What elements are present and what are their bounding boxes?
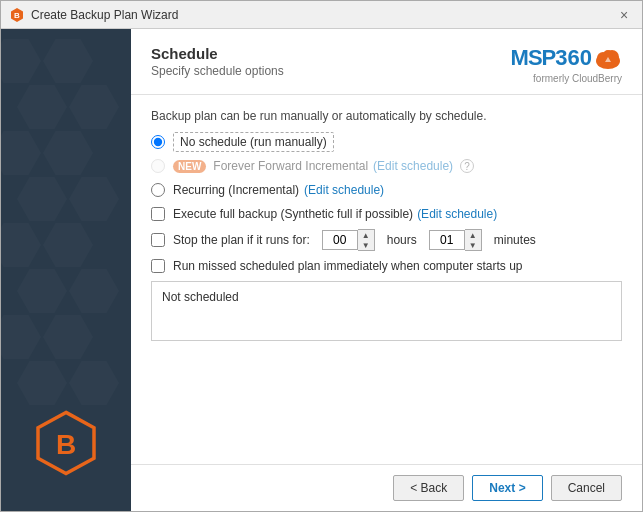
- sidebar: B: [1, 29, 131, 511]
- panel-footer: < Back Next > Cancel: [131, 464, 642, 511]
- hours-spinner: ▲ ▼: [322, 229, 375, 251]
- minutes-spinner-buttons: ▲ ▼: [465, 229, 482, 251]
- title-bar: B Create Backup Plan Wizard ×: [1, 1, 642, 29]
- recurring-edit-link[interactable]: (Edit schedule): [304, 183, 384, 197]
- run-missed-option: Run missed scheduled plan immediately wh…: [151, 259, 622, 273]
- cloud-icon: [594, 47, 622, 69]
- no-schedule-radio[interactable]: [151, 135, 165, 149]
- right-panel: Schedule Specify schedule options MSP 36…: [131, 29, 642, 511]
- msp-text: MSP: [511, 45, 556, 71]
- forever-forward-text: Forever Forward Incremental: [213, 159, 368, 173]
- svg-text:B: B: [56, 429, 76, 460]
- status-text: Not scheduled: [162, 290, 239, 304]
- minutes-down-button[interactable]: ▼: [465, 240, 481, 250]
- stop-plan-option: Stop the plan if it runs for: ▲ ▼ hours: [151, 229, 622, 251]
- full-backup-edit-link[interactable]: (Edit schedule): [417, 207, 497, 221]
- stop-plan-label: Stop the plan if it runs for:: [173, 233, 310, 247]
- forever-forward-label: NEW Forever Forward Incremental (Edit sc…: [173, 159, 474, 173]
- full-backup-option: Execute full backup (Synthetic full if p…: [151, 207, 622, 221]
- msp-360-text: 360: [555, 45, 592, 71]
- panel-body: Backup plan can be run manually or autom…: [131, 95, 642, 464]
- forever-edit-link[interactable]: (Edit schedule): [373, 159, 453, 173]
- back-button[interactable]: < Back: [393, 475, 464, 501]
- app-icon: B: [9, 7, 25, 23]
- run-missed-checkbox[interactable]: [151, 259, 165, 273]
- cancel-button[interactable]: Cancel: [551, 475, 622, 501]
- status-box: Not scheduled: [151, 281, 622, 341]
- run-missed-label: Run missed scheduled plan immediately wh…: [173, 259, 523, 273]
- forever-forward-radio[interactable]: [151, 159, 165, 173]
- msp-logo-main: MSP 360: [511, 45, 622, 71]
- new-badge: NEW: [173, 160, 206, 173]
- msp-logo: MSP 360 formerly CloudBerry: [511, 45, 622, 84]
- close-button[interactable]: ×: [614, 5, 634, 25]
- minutes-label: minutes: [494, 233, 536, 247]
- minutes-spinner: ▲ ▼: [429, 229, 482, 251]
- hours-spinner-buttons: ▲ ▼: [358, 229, 375, 251]
- full-backup-text: Execute full backup (Synthetic full if p…: [173, 207, 413, 221]
- full-backup-label: Execute full backup (Synthetic full if p…: [173, 207, 497, 221]
- panel-header-text: Schedule Specify schedule options: [151, 45, 284, 78]
- recurring-label: Recurring (Incremental) (Edit schedule): [173, 183, 384, 197]
- panel-header: Schedule Specify schedule options MSP 36…: [131, 29, 642, 95]
- panel-title: Schedule: [151, 45, 284, 62]
- full-backup-checkbox[interactable]: [151, 207, 165, 221]
- title-bar-left: B Create Backup Plan Wizard: [9, 7, 178, 23]
- forever-forward-option: NEW Forever Forward Incremental (Edit sc…: [151, 159, 622, 173]
- stop-plan-text: Stop the plan if it runs for:: [173, 233, 310, 247]
- panel-subtitle: Specify schedule options: [151, 64, 284, 78]
- hours-up-button[interactable]: ▲: [358, 230, 374, 240]
- hours-down-button[interactable]: ▼: [358, 240, 374, 250]
- minutes-up-button[interactable]: ▲: [465, 230, 481, 240]
- window-title: Create Backup Plan Wizard: [31, 8, 178, 22]
- recurring-radio[interactable]: [151, 183, 165, 197]
- msp-formerly: formerly CloudBerry: [533, 73, 622, 84]
- wizard-window: B Create Backup Plan Wizard ×: [0, 0, 643, 512]
- hex-grid-pattern: [1, 39, 119, 405]
- hours-input[interactable]: [322, 230, 358, 250]
- svg-text:B: B: [14, 11, 20, 20]
- no-schedule-text: No schedule (run manually): [173, 132, 334, 152]
- minutes-input[interactable]: [429, 230, 465, 250]
- no-schedule-label[interactable]: No schedule (run manually): [173, 135, 334, 149]
- recurring-option: Recurring (Incremental) (Edit schedule): [151, 183, 622, 197]
- hours-label: hours: [387, 233, 417, 247]
- recurring-text: Recurring (Incremental): [173, 183, 299, 197]
- main-content: B Schedule Specify schedule options MSP …: [1, 29, 642, 511]
- next-button[interactable]: Next >: [472, 475, 542, 501]
- sidebar-logo: B: [31, 408, 101, 481]
- forever-help-icon[interactable]: ?: [460, 159, 474, 173]
- stop-plan-checkbox[interactable]: [151, 233, 165, 247]
- info-text: Backup plan can be run manually or autom…: [151, 109, 622, 123]
- no-schedule-option: No schedule (run manually): [151, 135, 622, 149]
